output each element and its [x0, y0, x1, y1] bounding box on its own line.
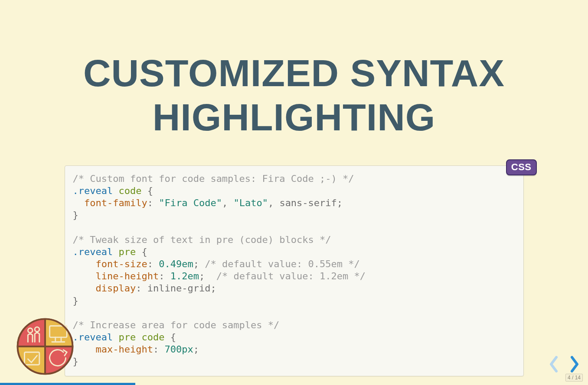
progress-bar-track: [0, 383, 588, 385]
progress-bar-fill: [0, 383, 135, 385]
code-block-wrap: CSS /* Custom font for code samples: Fir…: [65, 165, 524, 376]
logo-icon: [16, 318, 74, 375]
nav-controls: [546, 356, 582, 373]
page-counter: 4 / 14: [565, 374, 583, 382]
prev-slide-button[interactable]: [546, 356, 561, 373]
slide-title: CUSTOMIZED SYNTAX HIGHLIGHTING: [0, 0, 588, 139]
next-slide-button[interactable]: [567, 356, 582, 373]
code-block: /* Custom font for code samples: Fira Co…: [65, 165, 524, 376]
language-badge: CSS: [506, 159, 537, 175]
slide: CUSTOMIZED SYNTAX HIGHLIGHTING CSS /* Cu…: [0, 0, 588, 385]
